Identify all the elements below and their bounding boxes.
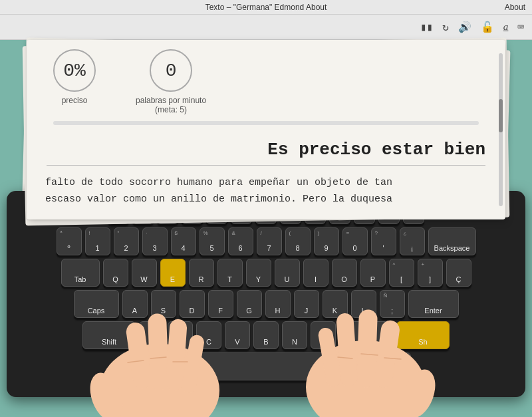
key-bracket-l[interactable]: ^[ [389, 259, 414, 287]
key-q[interactable]: Q [103, 259, 128, 287]
keyboard-row-1: ªº !1 "2 ·3 $4 %5 &6 /7 (8 )9 =0 ?' ¿¡ B… [16, 227, 516, 255]
key-j[interactable]: J [294, 290, 319, 318]
key-grave[interactable]: ªº [57, 227, 82, 255]
wpm-value: 0 [150, 49, 192, 92]
about-link[interactable]: About [505, 3, 525, 12]
key-0[interactable]: =0 [342, 227, 368, 255]
key-n[interactable]: N [282, 321, 307, 349]
key-caps[interactable]: Caps [74, 290, 119, 318]
top-bar: Texto – "Germana" Edmond About About [0, 0, 532, 15]
key-tab[interactable]: Tab [61, 259, 100, 287]
pause-icon[interactable]: ▮▮ [420, 21, 433, 34]
text-body[interactable]: falto de todo socorro humano para empeña… [27, 166, 505, 217]
key-f[interactable]: F [208, 290, 233, 318]
key-bracket-r[interactable]: +] [418, 259, 443, 287]
keyboard-row-3: Caps A S D F G H J K L Ñ; Enter [16, 290, 516, 318]
key-r[interactable]: R [189, 259, 214, 287]
keyboard-icon[interactable]: ⌨ [517, 21, 524, 34]
undo-icon[interactable]: ↻ [442, 21, 449, 34]
key-t[interactable]: T [217, 259, 243, 287]
wpm-stat: 0 palabras por minuto (meta: 5) [136, 49, 206, 114]
key-ctrl-r[interactable]: Ctrl [376, 352, 411, 380]
keyboard-row-2: Tab Q W E R T Y U I O P ^[ +] Ç [16, 259, 516, 287]
key-7[interactable]: /7 [257, 227, 282, 255]
key-y[interactable]: Y [246, 259, 271, 287]
unlock-icon[interactable]: 🔓 [481, 21, 494, 34]
key-a[interactable]: A [122, 290, 148, 318]
key-b[interactable]: B [253, 321, 279, 349]
page-title: Texto – "Germana" Edmond About [205, 3, 327, 12]
key-2[interactable]: "2 [114, 227, 139, 255]
paper-scrollbar[interactable] [499, 53, 503, 206]
progress-area [27, 121, 505, 125]
key-alt-r[interactable]: Alt [342, 352, 373, 380]
toolbar: ▮▮ ↻ 🔊 🔓 a ⌨ [0, 15, 532, 40]
key-c-cedilla[interactable]: Ç [446, 259, 471, 287]
typing-paper: 0% preciso 0 palabras por minuto (meta: … [27, 40, 505, 219]
key-l[interactable]: L [351, 290, 376, 318]
stats-row: 0% preciso 0 palabras por minuto (meta: … [27, 40, 505, 121]
wpm-label: palabras por minuto (meta: 5) [136, 96, 206, 114]
italic-a-icon[interactable]: a [503, 21, 509, 33]
key-shift-r[interactable]: Sh [396, 321, 450, 349]
key-4[interactable]: $4 [171, 227, 196, 255]
key-i[interactable]: I [303, 259, 329, 287]
key-u[interactable]: U [275, 259, 300, 287]
key-m[interactable]: M [311, 321, 336, 349]
key-5[interactable]: %5 [200, 227, 225, 255]
key-x[interactable]: X [168, 321, 193, 349]
key-3[interactable]: ·3 [142, 227, 168, 255]
scrollbar-thumb[interactable] [499, 99, 503, 132]
speaker-icon[interactable]: 🔊 [458, 21, 471, 34]
keyboard-row-5: Ctrl Alt Alt Ctrl [16, 352, 516, 380]
key-ctrl-l[interactable]: Ctrl [121, 352, 156, 380]
key-1[interactable]: !1 [85, 227, 110, 255]
key-shift-l[interactable]: Shift [82, 321, 136, 349]
keyboard-row-4: Shift Z X C V B N M ;, :. Sh [16, 321, 516, 349]
key-c[interactable]: C [196, 321, 221, 349]
key-e[interactable]: E [160, 259, 186, 287]
key-v[interactable]: V [225, 321, 250, 349]
key-comma[interactable]: ;, [339, 321, 364, 349]
accuracy-label: preciso [62, 96, 88, 105]
key-6[interactable]: &6 [228, 227, 253, 255]
key-s[interactable]: S [151, 290, 176, 318]
key-h[interactable]: H [265, 290, 291, 318]
key-9[interactable]: )9 [314, 227, 339, 255]
key-w[interactable]: W [132, 259, 157, 287]
key-o[interactable]: O [332, 259, 357, 287]
text-heading: Es preciso estar bien [27, 129, 505, 165]
key-alt-l[interactable]: Alt [159, 352, 190, 380]
key-d[interactable]: D [180, 290, 205, 318]
key-p[interactable]: P [360, 259, 386, 287]
key-8[interactable]: (8 [285, 227, 311, 255]
key-enter[interactable]: Enter [408, 290, 459, 318]
key-apostrophe[interactable]: ?' [371, 227, 396, 255]
accuracy-stat: 0% preciso [53, 49, 96, 105]
key-backspace[interactable]: Backspace [428, 227, 476, 255]
accuracy-value: 0% [53, 49, 96, 92]
key-g[interactable]: G [237, 290, 262, 318]
key-excl[interactable]: ¿¡ [400, 227, 425, 255]
key-z[interactable]: Z [139, 321, 164, 349]
key-space[interactable] [193, 352, 339, 380]
key-k[interactable]: K [323, 290, 348, 318]
key-semicolon[interactable]: Ñ; [380, 290, 405, 318]
progress-bar [53, 121, 479, 125]
key-period[interactable]: :. [368, 321, 393, 349]
